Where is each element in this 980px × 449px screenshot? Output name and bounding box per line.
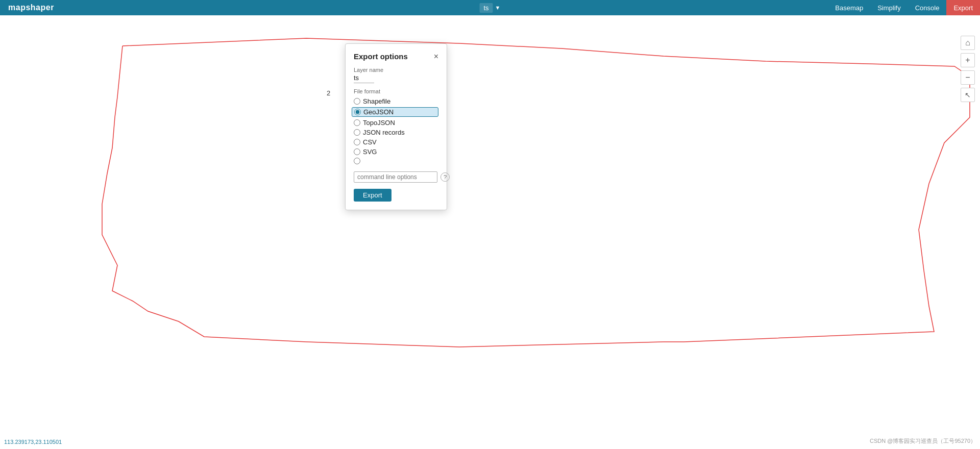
other-radio[interactable] (354, 158, 360, 164)
cmd-help-button[interactable]: ? (440, 172, 450, 182)
dialog-overlay: Export options × Layer name ts File form… (0, 31, 980, 449)
json-records-label: JSON records (363, 129, 405, 136)
map-area: 2 ⌂ + − ↖ 113.239173,23.110501 CSDN @博客园… (0, 15, 980, 449)
app-logo: mapshaper (0, 3, 62, 12)
layer-name-value: ts (354, 74, 374, 83)
nav-right: Basemap Simplify Console Export (828, 0, 980, 15)
json-records-radio[interactable] (354, 129, 360, 136)
topbar: mapshaper ts ▼ Basemap Simplify Console … (0, 0, 980, 15)
csv-label: CSV (363, 138, 377, 146)
svg-radio[interactable] (354, 148, 360, 155)
geojson-label: GeoJSON (363, 108, 394, 116)
shapefile-label: Shapefile (363, 97, 390, 105)
layer-name-label: Layer name (354, 67, 438, 73)
topojson-radio[interactable] (354, 119, 360, 126)
format-csv[interactable]: CSV (354, 138, 438, 146)
svg-label: SVG (363, 148, 377, 156)
format-other[interactable] (354, 158, 438, 164)
console-button[interactable]: Console (908, 0, 947, 15)
format-radio-group: Shapefile GeoJSON TopoJSON JSON records (354, 97, 438, 164)
format-json-records[interactable]: JSON records (354, 129, 438, 136)
file-format-label: File format (354, 88, 438, 94)
geojson-radio[interactable] (354, 109, 361, 115)
csv-radio[interactable] (354, 139, 360, 145)
dialog-header: Export options × (354, 52, 438, 61)
basemap-button[interactable]: Basemap (828, 0, 870, 15)
format-topojson[interactable]: TopoJSON (354, 119, 438, 127)
format-shapefile[interactable]: Shapefile (354, 97, 438, 105)
topojson-label: TopoJSON (363, 119, 395, 127)
export-action-button[interactable]: Export (354, 189, 391, 202)
export-dialog: Export options × Layer name ts File form… (345, 43, 447, 210)
shapefile-radio[interactable] (354, 98, 360, 105)
export-button[interactable]: Export (946, 0, 980, 15)
layer-tab-label[interactable]: ts (479, 3, 493, 13)
close-dialog-button[interactable]: × (434, 53, 438, 61)
layer-tab[interactable]: ts ▼ (479, 3, 500, 13)
format-svg[interactable]: SVG (354, 148, 438, 156)
layer-tab-arrow[interactable]: ▼ (495, 5, 501, 11)
cmd-line-input[interactable] (354, 171, 437, 183)
simplify-button[interactable]: Simplify (870, 0, 908, 15)
dialog-title: Export options (354, 52, 408, 61)
format-geojson[interactable]: GeoJSON (352, 107, 438, 117)
cmd-row: ? (354, 171, 438, 183)
